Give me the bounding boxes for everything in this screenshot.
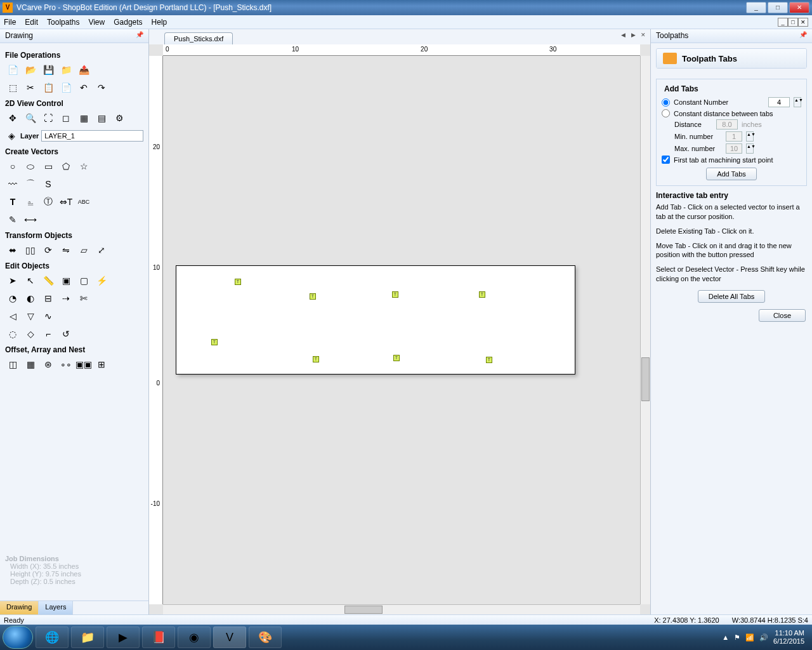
mdi-close[interactable]: ✕ xyxy=(798,18,808,27)
plate-icon[interactable]: ⊞ xyxy=(94,357,109,372)
polyline-icon[interactable]: 〰 xyxy=(5,176,20,192)
zoom-extents-icon[interactable]: ⛶ xyxy=(41,110,56,126)
ellipse-icon[interactable]: ⬭ xyxy=(23,159,38,174)
layer-icon[interactable]: ◈ xyxy=(5,128,18,143)
redo-icon[interactable]: ↷ xyxy=(94,80,109,95)
min-number-input[interactable] xyxy=(726,131,742,142)
close-vector-icon[interactable]: ◁ xyxy=(5,308,20,324)
star-icon[interactable]: ☆ xyxy=(76,159,91,174)
close-button[interactable]: ✕ xyxy=(789,2,809,13)
constant-number-radio[interactable] xyxy=(662,98,670,107)
tray-flag-icon[interactable]: ⚑ xyxy=(734,633,740,642)
scissors-icon[interactable]: ✄ xyxy=(76,291,91,306)
undo-icon[interactable]: ↶ xyxy=(76,80,91,95)
trim-icon[interactable]: ⊟ xyxy=(41,291,56,306)
open-vector-icon[interactable]: ▽ xyxy=(23,308,38,324)
tab-marker[interactable]: T xyxy=(393,355,400,361)
vscroll-thumb[interactable] xyxy=(641,357,650,401)
tab-marker[interactable]: T xyxy=(486,357,492,363)
array-icon[interactable]: ▦ xyxy=(23,357,38,372)
canvas-2d[interactable]: T T T T T T T T xyxy=(163,56,640,604)
tab-marker[interactable]: T xyxy=(392,291,398,298)
menu-edit[interactable]: Edit xyxy=(25,18,38,27)
max-number-spinner[interactable]: ▲▼ xyxy=(746,143,754,154)
subtract-icon[interactable]: ◐ xyxy=(23,291,38,306)
pan-icon[interactable]: ✥ xyxy=(5,110,20,126)
mdi-restore[interactable]: □ xyxy=(788,18,798,27)
tray-volume-icon[interactable]: 🔊 xyxy=(759,633,768,642)
export-icon[interactable]: 📤 xyxy=(76,62,91,77)
tray-network-icon[interactable]: 📶 xyxy=(745,633,754,642)
distort-icon[interactable]: ▱ xyxy=(76,242,91,258)
scale-icon[interactable]: ⤢ xyxy=(94,242,109,258)
close-button-panel[interactable]: Close xyxy=(759,309,806,322)
circle-icon[interactable]: ○ xyxy=(5,159,20,174)
nest-icon[interactable]: ▣▣ xyxy=(76,357,91,372)
tab-marker[interactable]: T xyxy=(313,356,319,362)
maximize-button[interactable]: □ xyxy=(768,2,788,13)
circular-array-icon[interactable]: ⊛ xyxy=(41,357,56,372)
layer-combobox[interactable]: LAYER_1 xyxy=(41,130,143,142)
ungroup-icon[interactable]: ▢ xyxy=(76,273,91,288)
menu-toolpaths[interactable]: Toolpaths xyxy=(47,18,79,27)
import-icon[interactable]: 📁 xyxy=(58,62,74,77)
tray-up-icon[interactable]: ▲ xyxy=(722,633,729,641)
text-spacing-icon[interactable]: ⇔T xyxy=(58,194,74,209)
taskbar-clock[interactable]: 11:10 AM 6/12/2015 xyxy=(773,629,804,645)
tab-marker[interactable]: T xyxy=(211,339,218,345)
fit-curves-icon[interactable]: ∿ xyxy=(41,308,56,324)
paste-icon[interactable]: 📄 xyxy=(58,80,74,95)
delete-all-tabs-button[interactable]: Delete All Tabs xyxy=(698,290,766,303)
copy-icon[interactable]: 📋 xyxy=(41,80,56,95)
save-file-icon[interactable]: 💾 xyxy=(41,62,56,77)
tab-marker[interactable]: T xyxy=(235,279,241,285)
text-on-curve-icon[interactable]: Ⓣ xyxy=(41,194,56,209)
dimension-icon[interactable]: ⟷ xyxy=(23,212,38,227)
first-tab-checkbox[interactable] xyxy=(662,156,670,164)
hscroll-thumb[interactable] xyxy=(344,606,383,614)
tab-drawing[interactable]: Drawing xyxy=(0,601,39,614)
text-icon[interactable]: T xyxy=(5,194,20,209)
cut-icon[interactable]: ✂ xyxy=(23,80,38,95)
horizontal-scrollbar[interactable] xyxy=(163,604,640,614)
max-number-input[interactable] xyxy=(726,143,742,154)
tab-marker[interactable]: T xyxy=(310,293,316,300)
measure-icon[interactable]: 📏 xyxy=(41,273,56,288)
menu-help[interactable]: Help xyxy=(152,18,167,27)
zoom-icon[interactable]: 🔍 xyxy=(23,110,38,126)
text-box-icon[interactable]: ⎁ xyxy=(23,194,38,209)
taskbar-ie-icon[interactable]: 🌐 xyxy=(36,627,69,648)
menu-gadgets[interactable]: Gadgets xyxy=(114,18,142,27)
selection-tool-icon[interactable]: ◇ xyxy=(23,326,38,342)
taskbar-book-icon[interactable]: 📕 xyxy=(142,627,175,648)
zoom-selected-icon[interactable]: ◻ xyxy=(58,110,74,126)
align-icon[interactable]: ▯▯ xyxy=(23,242,38,258)
vertical-scrollbar[interactable] xyxy=(640,56,650,604)
tab-marker[interactable]: T xyxy=(479,291,485,298)
copy-along-icon[interactable]: ∘∘ xyxy=(58,357,74,372)
taskbar-paint-icon[interactable]: 🎨 xyxy=(249,627,282,648)
constant-number-input[interactable] xyxy=(768,97,790,107)
min-number-spinner[interactable]: ▲▼ xyxy=(746,131,754,142)
constant-distance-radio[interactable] xyxy=(662,109,670,117)
new-file-icon[interactable]: 📄 xyxy=(5,62,20,77)
job-setup-icon[interactable]: ⬚ xyxy=(5,80,20,95)
move-icon[interactable]: ⬌ xyxy=(5,242,20,258)
toggle-guides-icon[interactable]: ▦ xyxy=(76,110,91,126)
start-button[interactable] xyxy=(3,626,33,649)
pin-icon[interactable]: 📌 xyxy=(136,31,143,41)
open-file-icon[interactable]: 📂 xyxy=(23,62,38,77)
arc-icon[interactable]: ⌒ xyxy=(23,176,38,192)
constant-number-spinner[interactable]: ▲▼ xyxy=(794,97,801,107)
create-fillet-icon[interactable]: ⌐ xyxy=(41,326,56,342)
pin-icon[interactable]: 📌 xyxy=(799,31,807,41)
vector-validator-icon[interactable]: ◌ xyxy=(5,326,20,342)
tab-prev-icon[interactable]: ◀ xyxy=(619,31,627,40)
tab-close-icon[interactable]: ✕ xyxy=(639,31,648,40)
tab-next-icon[interactable]: ▶ xyxy=(629,31,638,40)
group-icon[interactable]: ▣ xyxy=(58,273,74,288)
trace-bitmap-icon[interactable]: ✎ xyxy=(5,212,20,227)
join-icon[interactable]: ⚡ xyxy=(94,273,109,288)
select-icon[interactable]: ➤ xyxy=(5,273,20,288)
weld-icon[interactable]: ◔ xyxy=(5,291,20,306)
